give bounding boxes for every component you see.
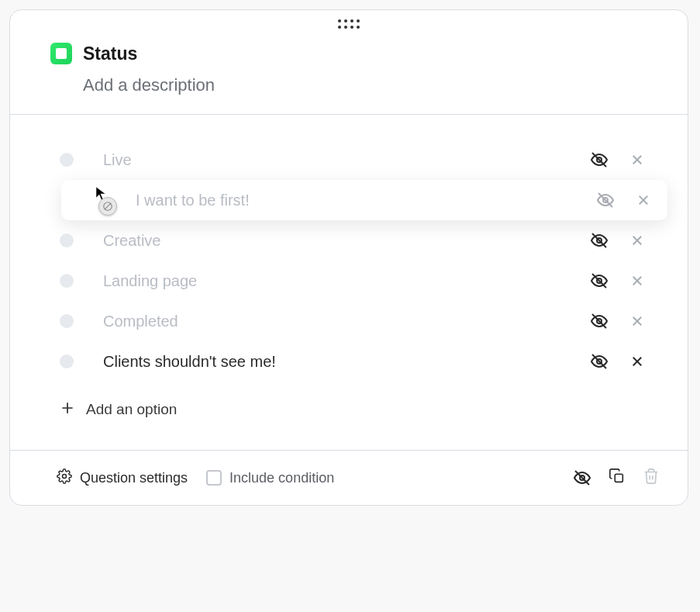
close-icon[interactable]	[630, 354, 644, 368]
description-input[interactable]: Add a description	[50, 75, 666, 95]
checkbox	[206, 470, 222, 486]
close-icon[interactable]	[630, 153, 644, 167]
eye-off-icon[interactable]	[590, 231, 609, 250]
question-settings-button[interactable]: Question settings	[57, 469, 188, 487]
option-color-dot[interactable]	[60, 354, 74, 368]
add-option-button[interactable]: Add an option	[38, 382, 660, 428]
option-label[interactable]: Live	[89, 151, 574, 169]
eye-off-icon[interactable]	[590, 150, 609, 169]
eye-off-icon[interactable]	[590, 312, 609, 330]
svg-line-5	[105, 203, 111, 209]
add-option-label: Add an option	[86, 401, 177, 418]
option-row[interactable]: Live	[38, 140, 660, 180]
plus-icon	[60, 400, 75, 419]
copy-icon[interactable]	[609, 468, 626, 488]
card-header: Status Add a description	[10, 35, 688, 114]
option-color-dot[interactable]	[60, 233, 74, 247]
close-icon[interactable]	[630, 314, 644, 328]
svg-rect-31	[615, 474, 622, 482]
drag-handle-icon	[338, 19, 360, 29]
option-label[interactable]: I want to be first!	[122, 192, 581, 209]
close-icon[interactable]	[636, 193, 650, 207]
eye-off-icon[interactable]	[596, 191, 615, 209]
eye-off-icon[interactable]	[590, 352, 609, 371]
eye-off-icon[interactable]	[590, 271, 609, 290]
eye-off-icon[interactable]	[573, 469, 591, 487]
option-color-dot[interactable]	[60, 274, 74, 288]
option-row-dragging[interactable]: I want to be first!	[61, 180, 667, 220]
settings-label: Question settings	[80, 470, 188, 486]
close-icon[interactable]	[630, 274, 644, 288]
option-row[interactable]: Clients shouldn't see me!	[38, 341, 660, 382]
option-row[interactable]: Completed	[38, 301, 660, 341]
svg-point-4	[104, 202, 112, 211]
drag-handle[interactable]	[10, 10, 688, 35]
option-label[interactable]: Creative	[89, 232, 574, 250]
checkbox-label: Include condition	[229, 470, 334, 486]
gear-icon	[57, 469, 72, 487]
include-condition-checkbox[interactable]: Include condition	[206, 470, 334, 486]
option-label[interactable]: Completed	[89, 313, 574, 330]
status-card: Status Add a description Live	[9, 9, 688, 506]
option-label[interactable]: Landing page	[89, 272, 574, 290]
option-label[interactable]: Clients shouldn't see me!	[89, 353, 574, 371]
svg-point-28	[63, 475, 67, 479]
trash-icon[interactable]	[643, 468, 660, 488]
card-title[interactable]: Status	[83, 43, 137, 64]
option-color-dot[interactable]	[60, 314, 74, 328]
drag-cursor	[95, 186, 122, 213]
options-list: Live I want to be first!	[10, 115, 688, 450]
option-row[interactable]: Creative	[38, 220, 660, 261]
card-footer: Question settings Include condition	[10, 451, 688, 505]
close-icon[interactable]	[630, 233, 644, 247]
status-icon	[50, 43, 72, 64]
option-row[interactable]: Landing page	[38, 261, 660, 301]
option-color-dot[interactable]	[60, 153, 74, 167]
